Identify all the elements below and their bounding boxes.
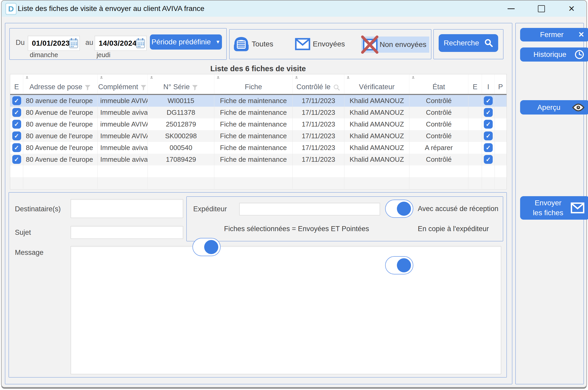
column-header--tat[interactable]: État [409,74,468,94]
message-input[interactable] [70,246,501,374]
chevron-down-icon: ▼ [215,39,220,45]
table-row[interactable]: ✓80 avenue de l'europeimmeuble AVIVAWI00… [10,95,507,107]
calendar-icon[interactable] [136,37,145,49]
row-select-checkbox[interactable]: ✓ [12,143,21,152]
toggle-fiches-selectionnees[interactable] [192,238,221,256]
cell-p [495,107,507,118]
cell-etat: Contrôlé [409,130,468,142]
table-row[interactable]: ✓80 avenue de l'europeimmeuble AVIVA2501… [10,118,507,130]
du-label: Du [16,35,25,50]
filter-envoyees-label[interactable]: Envoyées [313,36,345,52]
envoyer-fiches-button[interactable]: Envoyer les fiches [520,196,588,220]
column-header-compl-ment[interactable]: Complément [98,74,148,94]
envelope-icon [295,38,310,50]
filter-icon[interactable] [84,84,91,91]
cell-fiche [214,177,293,189]
column-header-contr-l-le[interactable]: Contrôlé le [293,74,344,94]
column-resize-handle[interactable] [100,76,103,79]
table-row-empty[interactable] [10,177,507,189]
expediteur-input[interactable] [239,203,380,215]
column-resize-handle[interactable] [150,76,153,79]
table-row[interactable]: ✓80 Avenue de l'europeImmeuble avivaDG11… [10,107,507,118]
column-header-v-rificateur[interactable]: Vérificateur [344,74,409,94]
row-select-checkbox[interactable]: ✓ [12,131,21,140]
filter-non-envoyees-label[interactable]: Non envoyées [380,37,426,53]
from-day-label: dimanche [30,51,58,59]
cell-verificateur [344,165,409,177]
cell-p [495,118,507,130]
row-i-checkbox[interactable]: ✓ [484,143,493,152]
cell-select [10,165,23,177]
table-header: EAdresse de poseComplémentN° SérieFicheC… [10,74,507,94]
column-header-e[interactable]: E [10,74,23,94]
column-resize-handle[interactable] [412,76,414,79]
row-select-checkbox[interactable]: ✓ [12,120,21,129]
cell-complement: Immeuble AVIVA [98,130,148,142]
row-select-checkbox[interactable]: ✓ [12,96,21,105]
close-x-icon: ✕ [578,31,584,38]
cell-serie: SK000298 [148,130,214,142]
row-i-checkbox[interactable]: ✓ [484,120,493,129]
row-i-checkbox[interactable]: ✓ [484,155,493,164]
column-header-fiche[interactable]: Fiche [214,74,293,94]
table-row[interactable]: ✓80 Avenue de l'europeImmeuble aviva1708… [10,154,507,165]
column-header-adresse-de-pose[interactable]: Adresse de pose [23,74,98,94]
row-select-checkbox[interactable]: ✓ [12,108,21,117]
sujet-input[interactable] [70,226,183,239]
column-header-label: E [14,83,19,91]
cell-i: ✓ [482,142,495,154]
table-row[interactable]: ✓80 Avenue de l'europeImmeuble aviva0005… [10,142,507,154]
column-resize-handle[interactable] [26,76,28,79]
date-to-field[interactable]: 14/03/2024 [95,35,147,51]
filter-toutes-label[interactable]: Toutes [252,36,273,52]
column-header-label: I [487,83,489,91]
table-row[interactable]: ✓80 avenue de l'europeImmeuble AVIVASK00… [10,130,507,142]
date-to-value: 14/03/2024 [95,39,137,47]
column-header-p[interactable]: P [495,74,507,94]
column-search-icon[interactable] [333,84,340,91]
cell-i [482,177,495,189]
column-header-n-s-rie[interactable]: N° Série [148,74,214,94]
toggle-accuse-reception[interactable] [385,200,413,218]
cell-serie: DG11378 [148,107,214,118]
envoyer-label-line1: Envoyer [525,198,571,208]
cell-complement [98,177,148,189]
cell-controle-le: 17/11/2023 [293,95,344,107]
cell-adresse [23,165,98,177]
close-button[interactable]: ✕ [564,2,579,15]
column-header-e[interactable]: E [468,74,482,94]
cell-e [468,130,482,142]
app-logo-icon: D [5,3,17,15]
column-resize-handle[interactable] [295,76,298,79]
column-resize-handle[interactable] [347,76,349,79]
minimize-button[interactable] [503,2,519,15]
column-resize-handle[interactable] [217,76,219,79]
column-header-label: État [432,83,445,91]
row-i-checkbox[interactable]: ✓ [484,96,493,105]
cell-p [495,154,507,165]
fermer-button[interactable]: Fermer ✕ [520,28,588,41]
historique-button[interactable]: Historique [520,47,588,62]
row-select-checkbox[interactable]: ✓ [12,155,21,164]
date-from-field[interactable]: 01/01/2023 [28,35,80,51]
maximize-button[interactable] [534,2,549,15]
row-i-checkbox[interactable]: ✓ [484,131,493,140]
row-i-checkbox[interactable]: ✓ [484,108,493,117]
column-header-i[interactable]: I [482,74,495,94]
apercu-button[interactable]: Aperçu [520,100,588,115]
predefined-period-button[interactable]: Période prédéfinie ▼ [150,34,222,50]
cell-verificateur [344,177,409,189]
cell-p [495,165,507,177]
filter-toutes[interactable] [233,36,250,53]
filter-non-envoyees[interactable] [363,38,378,52]
calendar-icon[interactable] [69,37,78,49]
cell-serie: 17089429 [148,154,214,165]
toggle-copie-expediteur[interactable] [385,256,413,274]
table-row-empty[interactable] [10,165,507,177]
filter-envoyees[interactable] [295,38,310,51]
fermer-label: Fermer [525,31,578,39]
filter-icon[interactable] [140,84,147,91]
search-button[interactable]: Recherche [439,34,498,52]
filter-icon[interactable] [192,84,198,91]
destinataires-input[interactable] [70,199,183,218]
